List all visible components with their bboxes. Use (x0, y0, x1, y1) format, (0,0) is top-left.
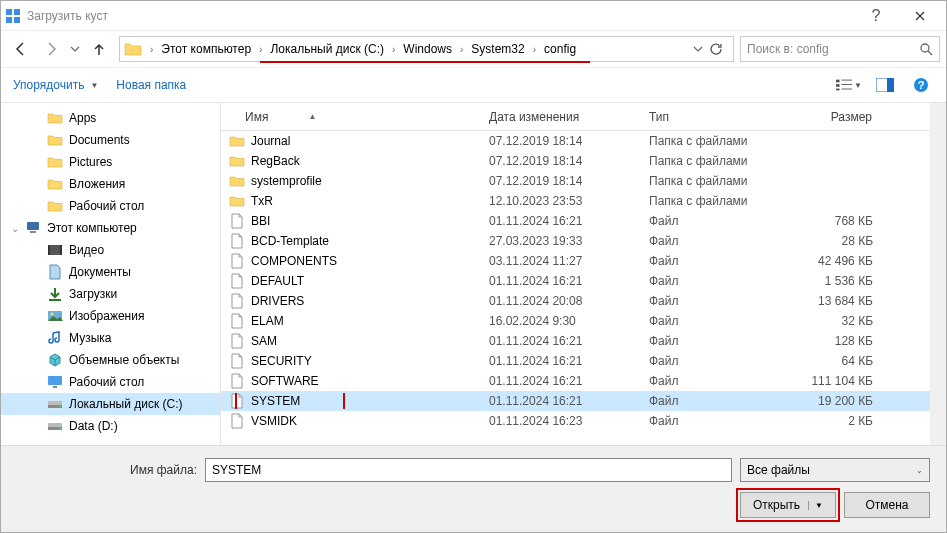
address-dropdown[interactable] (693, 44, 703, 54)
music-icon (47, 330, 63, 346)
file-row[interactable]: COMPONENTS03.11.2024 11:27Файл42 496 КБ (221, 251, 930, 271)
tree-item[interactable]: Загрузки (1, 283, 220, 305)
folder-icon (47, 154, 63, 170)
cancel-button[interactable]: Отмена (844, 492, 930, 518)
file-name: RegBack (251, 154, 300, 168)
search-input[interactable]: Поиск в: config (740, 36, 940, 62)
close-button[interactable] (898, 2, 942, 30)
filetype-select[interactable]: Все файлы ⌄ (740, 458, 930, 482)
view-mode-button[interactable]: ▼ (836, 72, 862, 98)
tree-item[interactable]: Изображения (1, 305, 220, 327)
file-row[interactable]: RegBack07.12.2019 18:14Папка с файлами (221, 151, 930, 171)
help-icon[interactable]: ? (908, 72, 934, 98)
file-size: 32 КБ (781, 314, 881, 328)
breadcrumb-item[interactable]: Этот компьютер (157, 37, 255, 61)
file-row[interactable]: TxR12.10.2023 23:53Папка с файлами (221, 191, 930, 211)
address-bar[interactable]: › Этот компьютер › Локальный диск (C:) ›… (119, 36, 734, 62)
column-date[interactable]: Дата изменения (481, 103, 641, 130)
help-button[interactable]: ? (854, 2, 898, 30)
file-row[interactable]: BCD-Template27.03.2023 19:33Файл28 КБ (221, 231, 930, 251)
tree-item[interactable]: Рабочий стол (1, 371, 220, 393)
organize-menu[interactable]: Упорядочить▼ (13, 78, 98, 92)
file-type: Папка с файлами (641, 174, 781, 188)
new-folder-button[interactable]: Новая папка (116, 78, 186, 92)
file-row[interactable]: SAM01.11.2024 16:21Файл128 КБ (221, 331, 930, 351)
folder-icon (229, 173, 245, 189)
tree-item[interactable]: ⌄Этот компьютер (1, 217, 220, 239)
tree-item[interactable]: Documents (1, 129, 220, 151)
file-row[interactable]: DEFAULT01.11.2024 16:21Файл1 536 КБ (221, 271, 930, 291)
file-date: 27.03.2023 19:33 (481, 234, 641, 248)
tree-item-label: Documents (69, 133, 130, 147)
breadcrumb-item[interactable]: Windows (399, 37, 456, 61)
tree-item[interactable]: Apps (1, 107, 220, 129)
svg-rect-6 (836, 84, 840, 87)
video-icon (47, 242, 63, 258)
breadcrumb-item[interactable]: System32 (467, 37, 528, 61)
file-row[interactable]: SYSTEM01.11.2024 16:21Файл19 200 КБ (221, 391, 930, 411)
file-date: 16.02.2024 9:30 (481, 314, 641, 328)
file-row[interactable]: SOFTWARE01.11.2024 16:21Файл111 104 КБ (221, 371, 930, 391)
file-row[interactable]: SECURITY01.11.2024 16:21Файл64 КБ (221, 351, 930, 371)
tree-item[interactable]: Data (D:) (1, 415, 220, 437)
file-name: systemprofile (251, 174, 322, 188)
chevron-right-icon[interactable]: › (146, 44, 157, 55)
file-row[interactable]: BBI01.11.2024 16:21Файл768 КБ (221, 211, 930, 231)
file-row[interactable]: VSMIDK01.11.2024 16:23Файл2 КБ (221, 411, 930, 431)
svg-rect-7 (836, 89, 840, 91)
file-type: Файл (641, 314, 781, 328)
forward-button[interactable] (37, 35, 65, 63)
svg-point-22 (51, 313, 54, 316)
tree-item[interactable]: Документы (1, 261, 220, 283)
tree-item-label: Этот компьютер (47, 221, 137, 235)
chevron-right-icon[interactable]: › (255, 44, 266, 55)
chevron-right-icon[interactable]: › (456, 44, 467, 55)
expand-icon[interactable]: ⌄ (9, 223, 21, 234)
breadcrumb-item[interactable]: config (540, 37, 580, 61)
file-list[interactable]: Имя▲ Дата изменения Тип Размер Journal07… (221, 103, 930, 445)
svg-point-30 (59, 428, 61, 430)
file-row[interactable]: ELAM16.02.2024 9:30Файл32 КБ (221, 311, 930, 331)
file-size: 28 КБ (781, 234, 881, 248)
tree-item[interactable]: Объемные объекты (1, 349, 220, 371)
desktop-icon (47, 374, 63, 390)
toolbar: Упорядочить▼ Новая папка ▼ ? (1, 67, 946, 103)
tree-item[interactable]: Pictures (1, 151, 220, 173)
scrollbar[interactable] (930, 103, 946, 445)
svg-point-27 (59, 406, 61, 408)
tree-item[interactable]: Видео (1, 239, 220, 261)
breadcrumb-item[interactable]: Локальный диск (C:) (266, 37, 388, 61)
tree-item[interactable]: Вложения (1, 173, 220, 195)
file-row[interactable]: DRIVERS01.11.2024 20:08Файл13 684 КБ (221, 291, 930, 311)
nav-tree[interactable]: AppsDocumentsPicturesВложенияРабочий сто… (1, 103, 221, 445)
recent-dropdown[interactable] (67, 35, 83, 63)
tree-item[interactable]: Локальный диск (C:) (1, 393, 220, 415)
chevron-right-icon[interactable]: › (388, 44, 399, 55)
tree-item[interactable]: Музыка (1, 327, 220, 349)
svg-rect-19 (60, 245, 62, 255)
file-icon (229, 233, 245, 249)
back-button[interactable] (7, 35, 35, 63)
file-icon (229, 333, 245, 349)
file-size: 1 536 КБ (781, 274, 881, 288)
folder-icon (47, 110, 63, 126)
up-button[interactable] (85, 35, 113, 63)
open-button[interactable]: Открыть ▼ (740, 492, 836, 518)
file-size: 128 КБ (781, 334, 881, 348)
tree-item[interactable]: Рабочий стол (1, 195, 220, 217)
refresh-button[interactable] (705, 35, 727, 63)
folder-icon (47, 176, 63, 192)
file-row[interactable]: Journal07.12.2019 18:14Папка с файлами (221, 131, 930, 151)
column-name[interactable]: Имя▲ (221, 103, 481, 130)
tree-item-label: Apps (69, 111, 96, 125)
preview-pane-button[interactable] (872, 72, 898, 98)
filename-input[interactable] (205, 458, 732, 482)
file-date: 01.11.2024 16:21 (481, 214, 641, 228)
file-type: Файл (641, 394, 781, 408)
column-size[interactable]: Размер (781, 103, 881, 130)
column-type[interactable]: Тип (641, 103, 781, 130)
chevron-right-icon[interactable]: › (529, 44, 540, 55)
svg-rect-5 (836, 80, 840, 83)
tree-item-label: Data (D:) (69, 419, 118, 433)
file-row[interactable]: systemprofile07.12.2019 18:14Папка с фай… (221, 171, 930, 191)
